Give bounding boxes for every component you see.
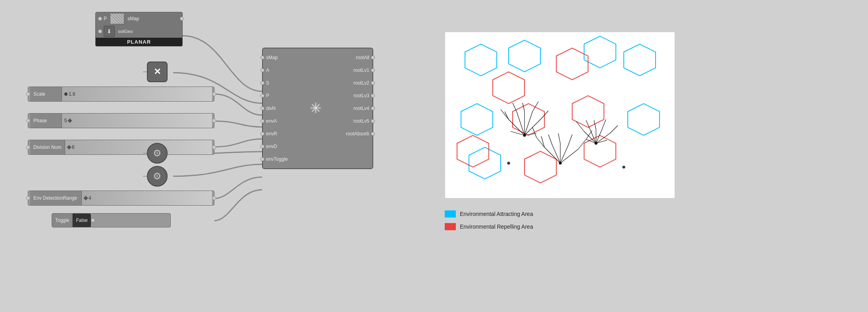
scale-right-port[interactable] bbox=[212, 92, 216, 96]
input-envd[interactable]: envD bbox=[266, 144, 291, 149]
x-mark-icon: ✕ bbox=[154, 67, 161, 77]
input-p[interactable]: P bbox=[266, 93, 291, 98]
phase-left-port[interactable] bbox=[26, 119, 30, 123]
svg-line-44 bbox=[560, 149, 578, 163]
main-node-outputs: rootAll rootLv1 rootLv2 rootLv3 rootLv4 bbox=[337, 52, 372, 164]
scale-label: Scale bbox=[30, 87, 62, 101]
output-rootlv5[interactable]: rootLv5 bbox=[353, 118, 369, 124]
port-in-smap[interactable] bbox=[260, 56, 264, 60]
svg-point-40 bbox=[595, 142, 597, 144]
svg-line-21 bbox=[501, 110, 509, 119]
label-envtoggle: envToggle bbox=[266, 156, 288, 162]
planar-title: PLANAR bbox=[96, 38, 182, 46]
input-a[interactable]: A bbox=[266, 67, 291, 73]
input-enva[interactable]: envA bbox=[266, 118, 291, 124]
env-track[interactable]: 4 bbox=[82, 191, 212, 205]
label-rootlv4: rootLv4 bbox=[353, 106, 369, 111]
port-in-s[interactable] bbox=[260, 81, 264, 85]
port-in-enva[interactable] bbox=[260, 119, 264, 123]
main-node-center: ✳ bbox=[295, 52, 337, 164]
port-in-a[interactable] bbox=[260, 68, 264, 72]
download-icon[interactable]: ⬇ bbox=[104, 26, 115, 37]
phase-label: Phase bbox=[30, 114, 62, 128]
output-rootabsorb[interactable]: rootAbsorb bbox=[346, 131, 369, 137]
port-out-rootlv2[interactable] bbox=[371, 81, 375, 85]
svg-line-37 bbox=[602, 119, 606, 129]
gear-node-1[interactable]: ⚙ bbox=[147, 143, 168, 164]
env-value: 4 bbox=[84, 195, 91, 201]
divnum-right-port[interactable] bbox=[212, 145, 216, 149]
port-in-envd[interactable] bbox=[260, 144, 264, 148]
scale-marker bbox=[64, 92, 68, 96]
port-out-rootall[interactable] bbox=[371, 56, 375, 60]
port-in-envtoggle[interactable] bbox=[260, 157, 264, 161]
input-smap[interactable]: sMap bbox=[266, 55, 291, 60]
snowflake-icon: ✳ bbox=[310, 100, 322, 117]
port-soilgeo-left[interactable] bbox=[98, 29, 102, 33]
scale-value: 1.6 bbox=[64, 91, 75, 97]
label-rootabsorb: rootAbsorb bbox=[346, 131, 369, 137]
input-divn[interactable]: divN bbox=[266, 106, 291, 111]
main-node: sMap A S P divN bbox=[262, 48, 373, 169]
visualization-area bbox=[445, 32, 675, 198]
svg-marker-12 bbox=[513, 104, 544, 135]
svg-line-16 bbox=[525, 112, 532, 135]
svg-line-49 bbox=[568, 135, 572, 145]
port-out-rootlv5[interactable] bbox=[371, 119, 375, 123]
main-node-inputs: sMap A S P divN bbox=[263, 52, 295, 164]
divnum-left-port[interactable] bbox=[26, 145, 30, 149]
label-rootlv1: rootLv1 bbox=[353, 67, 369, 73]
svg-point-27 bbox=[523, 134, 526, 137]
label-a: A bbox=[266, 67, 269, 73]
input-envtoggle[interactable]: envToggle bbox=[266, 156, 291, 162]
hex-button[interactable]: ✕ bbox=[147, 62, 168, 82]
scale-track[interactable]: 1.6 bbox=[62, 87, 212, 101]
env-detection-slider[interactable]: Env DetectionRange 4 bbox=[28, 191, 214, 206]
scale-slider[interactable]: Scale 1.6 bbox=[28, 87, 214, 102]
toggle-node[interactable]: Toggle False bbox=[52, 213, 171, 227]
x-node[interactable]: ✕ bbox=[147, 62, 168, 82]
toggle-right-port[interactable] bbox=[91, 218, 95, 222]
smap-label: sMap bbox=[127, 16, 139, 21]
legend-red: Environmental Repelling Area bbox=[445, 223, 533, 230]
env-left-port[interactable] bbox=[26, 196, 30, 200]
planar-node: P sMap ⬇ soilGeo PLANAR bbox=[95, 12, 183, 46]
division-num-slider[interactable]: Division Num 6 bbox=[28, 140, 214, 155]
svg-marker-6 bbox=[628, 104, 660, 135]
port-out-rootlv4[interactable] bbox=[371, 106, 375, 110]
port-out-rootlv3[interactable] bbox=[371, 94, 375, 98]
output-rootlv4[interactable]: rootLv4 bbox=[353, 106, 369, 111]
port-smap-right[interactable] bbox=[180, 17, 184, 21]
port-in-p[interactable] bbox=[260, 94, 264, 98]
port-in-divn[interactable] bbox=[260, 106, 264, 110]
svg-line-38 bbox=[610, 125, 618, 133]
gear-node-2[interactable]: ⚙ bbox=[147, 166, 168, 187]
port-out-rootabsorb[interactable] bbox=[371, 132, 375, 136]
divnum-track[interactable]: 6 bbox=[65, 140, 212, 154]
label-p: P bbox=[266, 93, 269, 98]
phase-track[interactable]: 5 bbox=[62, 114, 212, 128]
svg-line-43 bbox=[560, 145, 568, 163]
env-label: Env DetectionRange bbox=[30, 191, 82, 205]
svg-line-39 bbox=[594, 120, 596, 129]
phase-slider[interactable]: Phase 5 bbox=[28, 113, 214, 128]
gear-button-2[interactable]: ⚙ bbox=[147, 166, 168, 187]
output-rootlv3[interactable]: rootLv3 bbox=[353, 93, 369, 98]
output-rootlv1[interactable]: rootLv1 bbox=[353, 67, 369, 73]
output-rootlv2[interactable]: rootLv2 bbox=[353, 80, 369, 86]
output-rootall[interactable]: rootAll bbox=[356, 55, 369, 60]
input-envr[interactable]: envR bbox=[266, 131, 291, 137]
env-right-port[interactable] bbox=[212, 196, 216, 200]
input-s[interactable]: S bbox=[266, 80, 291, 86]
svg-point-55 bbox=[507, 162, 510, 164]
divnum-diamond bbox=[67, 145, 71, 149]
port-out-rootlv1[interactable] bbox=[371, 68, 375, 72]
port-in-envr[interactable] bbox=[260, 132, 264, 136]
toggle-value[interactable]: False bbox=[73, 214, 91, 227]
gear-button-1[interactable]: ⚙ bbox=[147, 143, 168, 164]
phase-right-port[interactable] bbox=[212, 119, 216, 123]
svg-point-54 bbox=[559, 162, 561, 164]
scale-left-port[interactable] bbox=[26, 92, 30, 96]
port-p-left[interactable] bbox=[98, 17, 102, 21]
legend-area: Environmental Attracting Area Environmen… bbox=[445, 210, 533, 230]
